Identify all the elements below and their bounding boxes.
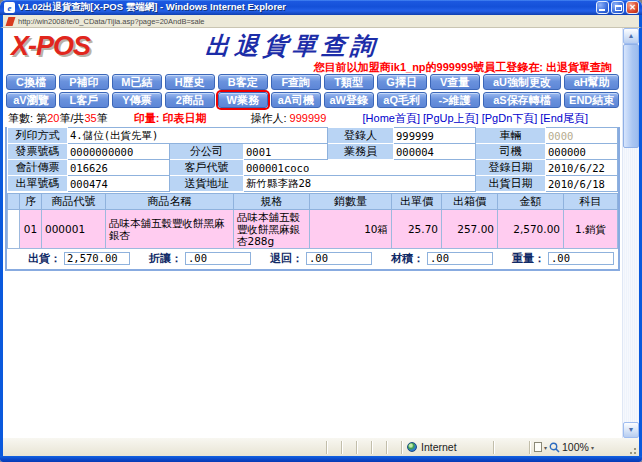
maximize-button[interactable]: [611, 1, 624, 14]
registrant-label: 登錄人: [328, 128, 394, 144]
item-spec: 品味本舖五穀豐收餅黑麻銀杏288g: [234, 210, 310, 249]
button-reprint[interactable]: P補印: [59, 74, 109, 90]
nav-end-link[interactable]: [End尾頁]: [540, 111, 588, 126]
items-table: 序 商品代號 商品名稱 規格 銷數量 出單價 出箱價 金額 科目 01 0000…: [7, 193, 618, 249]
button-end[interactable]: END結束: [564, 92, 619, 108]
minimize-icon: [599, 9, 605, 11]
button-change-file[interactable]: C換檔: [6, 74, 56, 90]
button-save-archive[interactable]: aS保存轉檔: [483, 92, 562, 108]
button-driver[interactable]: aA司機: [271, 92, 321, 108]
total-return-label: 退回：: [251, 251, 306, 266]
button-help[interactable]: aH幫助: [564, 74, 619, 90]
total-weight-field[interactable]: .00: [548, 252, 614, 265]
page-content: X-POS 出退貨單查詢 您目前以加盟商ik1_np的999999號員工登錄在:…: [3, 28, 622, 438]
header-box-price: 出箱價: [442, 194, 498, 210]
nav-home-link[interactable]: [Home首頁]: [363, 111, 420, 126]
zoom-control[interactable]: ▾ 100% ▾: [529, 441, 625, 454]
browser-window: e V1.02出退貨查詢[X-POS 雲端網] - Windows Intern…: [0, 0, 642, 462]
close-button[interactable]: ✕: [626, 1, 639, 14]
item-seq: 01: [20, 210, 42, 249]
button-force-modify[interactable]: aU強制更改: [483, 74, 562, 90]
page-flash-icon: [6, 17, 16, 26]
customer-label: 客戶代號: [170, 160, 244, 176]
button-register[interactable]: aW登錄: [324, 92, 374, 108]
vehicle-field[interactable]: 0000: [546, 128, 618, 144]
header-code: 商品代號: [42, 194, 106, 210]
voucher-field[interactable]: 016626: [68, 160, 170, 176]
button-history[interactable]: H歷史: [165, 74, 215, 90]
branch-label: 分公司: [170, 144, 244, 160]
button-browse[interactable]: aV瀏覽: [6, 92, 56, 108]
total-weight: 重量：.00: [493, 251, 614, 266]
ie-icon: e: [4, 2, 15, 13]
page-navigation: [Home首頁] [PgUp上頁] [PgDn下頁] [End尾頁]: [363, 111, 588, 126]
vertical-scrollbar[interactable]: ▲ ▼: [622, 28, 639, 438]
scroll-up-button[interactable]: ▲: [623, 28, 639, 44]
header-name: 商品名稱: [106, 194, 234, 210]
salesman-field[interactable]: 000004: [394, 144, 476, 160]
button-product[interactable]: 2商品: [165, 92, 215, 108]
voucher-label: 會計傳票: [8, 160, 68, 176]
total-return-field[interactable]: .00: [306, 252, 372, 265]
print-method-field[interactable]: 4.儲位(出貨先單): [68, 128, 328, 144]
nav-pgup-link[interactable]: [PgUp上頁]: [423, 111, 479, 126]
button-check-qty[interactable]: V查量: [430, 74, 480, 90]
registrant-field[interactable]: 999999: [394, 128, 476, 144]
operator: 操作人: 999999: [250, 111, 326, 126]
address-field[interactable]: 新竹縣李路28: [244, 176, 476, 192]
header-spec: 規格: [234, 194, 310, 210]
driver-label: 司機: [476, 144, 546, 160]
window-bottom-frame: [0, 456, 642, 462]
minimize-button[interactable]: [596, 1, 609, 14]
reg-date-field[interactable]: 2010/6/22: [546, 160, 618, 176]
row-spacer: [8, 210, 20, 249]
scroll-down-button[interactable]: ▼: [623, 422, 639, 438]
header-unit-price: 出單價: [392, 194, 442, 210]
resize-grip[interactable]: [625, 442, 639, 456]
order-sheet: 列印方式 4.儲位(出貨先單) 登錄人 999999 車輛 0000 發票號碼 …: [5, 127, 620, 271]
nav-pgdn-link[interactable]: [PgDn下頁]: [482, 111, 538, 126]
page-mode-icon: [534, 442, 542, 452]
zoom-level: 100%: [562, 441, 589, 453]
title-bar[interactable]: e V1.02出退貨查詢[X-POS 雲端網] - Windows Intern…: [0, 0, 642, 15]
button-maintain[interactable]: ->維護: [430, 92, 480, 108]
header-amount: 金額: [498, 194, 564, 210]
header-qty: 銷數量: [310, 194, 392, 210]
button-customer-order[interactable]: B客定: [218, 74, 268, 90]
total-discount-field[interactable]: .00: [185, 252, 251, 265]
statusbar-segment: [341, 441, 356, 454]
driver-field[interactable]: 000000: [546, 144, 618, 160]
total-ship-field[interactable]: 2,570.00: [64, 252, 130, 265]
item-box-price: 257.00: [442, 210, 498, 249]
button-pick-date[interactable]: G擇日: [377, 74, 427, 90]
item-qty: 10箱: [310, 210, 392, 249]
invoice-field[interactable]: 0000000000: [68, 144, 170, 160]
vehicle-label: 車輛: [476, 128, 546, 144]
button-gross-profit[interactable]: aQ毛利: [377, 92, 427, 108]
order-no-field[interactable]: 000474: [68, 176, 170, 192]
button-salesman-active[interactable]: W業務: [218, 92, 268, 108]
header-spacer: [8, 194, 20, 210]
total-return: 退回：.00: [251, 251, 372, 266]
dropdown-arrow-icon: ▾: [544, 444, 547, 451]
customer-field[interactable]: 000001coco: [244, 160, 476, 176]
ship-date-field[interactable]: 2010/6/18: [546, 176, 618, 192]
total-volume: 材積：.00: [372, 251, 493, 266]
total-ship: 出貨：2,570.00: [9, 251, 130, 266]
ship-date-label: 出貨日期: [476, 176, 546, 192]
branch-field[interactable]: 0001: [244, 144, 328, 160]
item-row[interactable]: 01 000001 品味本舖五穀豐收餅黑麻銀杏 品味本舖五穀豐收餅黑麻銀杏288…: [8, 210, 618, 249]
button-type[interactable]: T類型: [324, 74, 374, 90]
button-customer[interactable]: L客戶: [59, 92, 109, 108]
button-voucher[interactable]: Y傳票: [112, 92, 162, 108]
statusbar-segment: [356, 441, 371, 454]
scroll-thumb[interactable]: [623, 44, 639, 148]
button-query[interactable]: F查詢: [271, 74, 321, 90]
button-closed[interactable]: M已結: [112, 74, 162, 90]
globe-icon: [407, 442, 417, 452]
total-volume-field[interactable]: .00: [427, 252, 493, 265]
address-url[interactable]: http://win2008/te/0_CData/Tijia.asp?page…: [18, 17, 205, 26]
scroll-track[interactable]: [623, 148, 639, 422]
toolbar-row-2: aV瀏覽 L客戶 Y傳票 2商品 W業務 aA司機 aW登錄 aQ毛利 ->維護…: [3, 91, 622, 109]
address-label: 送貨地址: [170, 176, 244, 192]
